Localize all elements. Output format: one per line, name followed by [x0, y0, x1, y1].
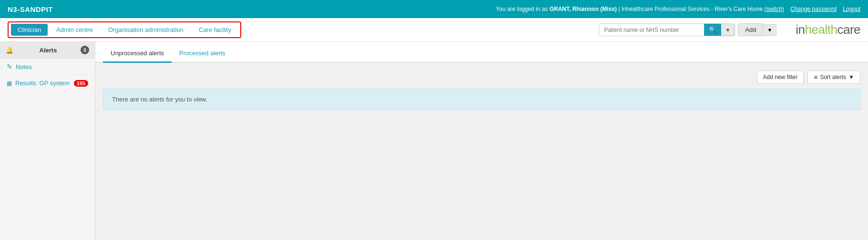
- no-alerts-banner: There are no alerts for you to view.: [103, 89, 860, 110]
- sort-chevron-icon: ▼: [848, 74, 854, 80]
- nav-menu: Clinician Admin centre Organisation admi…: [8, 21, 241, 38]
- sidebar: 🔔 Alerts 0 ✎ Notes ▦ Results: GP system …: [0, 42, 95, 240]
- search-icon: 🔍: [709, 26, 716, 33]
- inhealthcare-logo: inhealthcare: [796, 22, 860, 37]
- logout-link[interactable]: Logout: [843, 6, 860, 12]
- filter-row: Add new filter ≡ Sort alerts ▼: [103, 70, 860, 84]
- search-button[interactable]: 🔍: [704, 24, 721, 36]
- switch-link[interactable]: (switch): [765, 6, 784, 12]
- chevron-down-icon: ▼: [725, 27, 730, 33]
- user-info-prefix: You are logged in as: [496, 6, 549, 12]
- org-admin-nav-button[interactable]: Organisation administration: [102, 24, 190, 36]
- search-input[interactable]: [599, 24, 704, 36]
- logo-text-dark: in: [796, 22, 805, 37]
- search-group: 🔍 ▼: [599, 23, 735, 36]
- nav-bar: Clinician Admin centre Organisation admi…: [0, 18, 868, 42]
- tab-processed-alerts[interactable]: Processed alerts: [172, 45, 233, 63]
- no-alerts-message: There are no alerts for you to view.: [112, 96, 207, 103]
- tab-unprocessed-alerts[interactable]: Unprocessed alerts: [103, 45, 172, 63]
- user-name: GRANT, Rhiannon (Miss): [550, 6, 617, 12]
- care-facility-nav-button[interactable]: Care facility: [192, 24, 238, 36]
- separator: |: [617, 6, 622, 12]
- sidebar-alerts-header: 🔔 Alerts 0: [0, 42, 95, 59]
- add-chevron-icon: ▼: [767, 27, 772, 33]
- sort-icon: ≡: [814, 73, 817, 81]
- org-info: Inhealthcare Professional Services - Riv…: [622, 6, 763, 12]
- top-header: N3-SANDPIT You are logged in as GRANT, R…: [0, 0, 868, 18]
- nav-right: 🔍 ▼ Add ▼ inhealthcare: [599, 22, 860, 37]
- logo-text-dark2: care: [837, 22, 860, 37]
- clinician-nav-button[interactable]: Clinician: [11, 24, 48, 36]
- change-password-link[interactable]: Change password: [790, 6, 837, 12]
- site-name: N3-SANDPIT: [8, 5, 53, 13]
- alerts-badge: 0: [81, 46, 89, 54]
- logo-text-green: health: [805, 22, 837, 37]
- notes-label: Notes: [16, 63, 32, 70]
- search-dropdown-button[interactable]: ▼: [721, 24, 735, 36]
- results-icon: ▦: [7, 80, 12, 87]
- admin-centre-nav-button[interactable]: Admin centre: [50, 24, 100, 36]
- add-new-filter-button[interactable]: Add new filter: [757, 70, 804, 84]
- add-button[interactable]: Add: [738, 23, 763, 36]
- main-layout: 🔔 Alerts 0 ✎ Notes ▦ Results: GP system …: [0, 42, 868, 240]
- sort-alerts-button[interactable]: ≡ Sort alerts ▼: [807, 70, 860, 84]
- sidebar-item-notes[interactable]: ✎ Notes: [0, 59, 95, 75]
- results-badge: 195: [74, 80, 88, 87]
- bell-icon: 🔔: [6, 47, 13, 54]
- user-info: You are logged in as GRANT, Rhiannon (Mi…: [496, 6, 860, 12]
- sidebar-item-results[interactable]: ▦ Results: GP system 195: [0, 75, 95, 91]
- content-body: Add new filter ≡ Sort alerts ▼ There are…: [95, 63, 868, 118]
- content-area: Unprocessed alerts Processed alerts Add …: [95, 42, 868, 240]
- sort-alerts-label: Sort alerts: [820, 74, 846, 80]
- tabs-bar: Unprocessed alerts Processed alerts: [95, 42, 868, 63]
- notes-icon: ✎: [7, 63, 12, 70]
- results-label: Results: GP system: [15, 80, 70, 87]
- alerts-label: Alerts: [40, 47, 57, 54]
- add-dropdown-button[interactable]: ▼: [763, 24, 776, 36]
